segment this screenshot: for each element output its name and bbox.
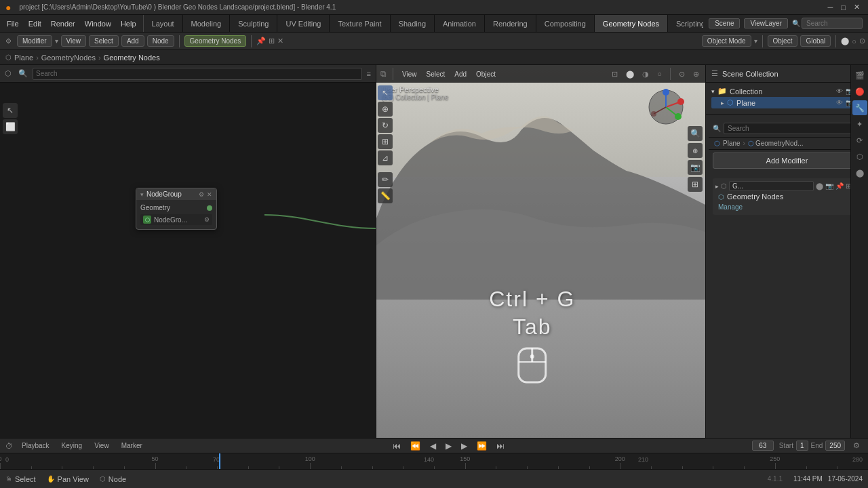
node-tool-select[interactable]: ↖: [3, 103, 18, 118]
node-search-icon[interactable]: 🔍: [16, 69, 30, 78]
window-minimize[interactable]: ─: [828, 3, 833, 12]
modifier-btn[interactable]: Modifier: [17, 35, 52, 47]
tab-geometry-nodes[interactable]: Geometry Nodes: [595, 15, 668, 32]
prev-frame-btn[interactable]: ◀: [428, 441, 438, 451]
tab-sculpting[interactable]: Sculpting: [230, 15, 277, 32]
sub-node-settings-icon[interactable]: ⚙: [204, 216, 210, 223]
marker-btn[interactable]: Marker: [118, 441, 146, 450]
vp-zoom-in[interactable]: 🔍: [688, 126, 703, 141]
modifier-pin-icon[interactable]: 📌: [835, 182, 844, 190]
collection-expand[interactable]: ▾: [711, 88, 715, 95]
breadcrumb-plane[interactable]: Plane: [14, 54, 33, 62]
node-btn[interactable]: Node: [147, 35, 174, 47]
vp-add-btn[interactable]: Add: [452, 70, 469, 78]
timeline-ruler[interactable]: 050100150200250 0 70 140 210 280: [0, 453, 868, 470]
props-icon-particles[interactable]: ✦: [852, 117, 867, 131]
add-modifier-btn[interactable]: Add Modifier: [713, 152, 861, 169]
vp-camera[interactable]: 📷: [688, 160, 703, 175]
tab-shading[interactable]: Shading: [391, 15, 435, 32]
start-val[interactable]: 1: [796, 441, 808, 451]
menu-window[interactable]: Window: [81, 20, 115, 28]
step-back-btn[interactable]: ⏪: [408, 441, 422, 451]
collection-visibility-eye[interactable]: 👁: [836, 87, 843, 95]
node-collapse-icon[interactable]: ▾: [140, 191, 144, 198]
vp-region[interactable]: ⊞: [688, 177, 703, 192]
props-icon-object-data[interactable]: ⬡: [852, 149, 867, 164]
vp-gizmo-icon[interactable]: ⊕: [691, 70, 701, 79]
geometry-socket-dot[interactable]: [207, 205, 212, 211]
vp-select-btn[interactable]: Select: [424, 70, 448, 78]
current-frame-label[interactable]: 63: [752, 441, 774, 451]
node-sub-item[interactable]: ⬡ NodeGro... ⚙: [140, 214, 212, 225]
window-close[interactable]: ✕: [854, 3, 860, 12]
viewlayer-selector[interactable]: ViewLayer: [744, 18, 788, 28]
manage-link[interactable]: Manage: [715, 202, 859, 212]
modifier-render-icon[interactable]: 📷: [825, 182, 833, 190]
end-val[interactable]: 250: [825, 441, 845, 451]
props-icon-material[interactable]: ⬤: [852, 165, 867, 180]
vp-tool-move[interactable]: ⊕: [378, 102, 393, 117]
menu-file[interactable]: File: [3, 20, 23, 28]
modifier-expand-icon[interactable]: ▸: [715, 183, 719, 190]
viewport[interactable]: ⧉ View Select Add Object ⊡ ⬤ ◑ ○ ⊙ ⊕ Use…: [376, 65, 705, 438]
vp-tool-measure[interactable]: 📏: [378, 188, 393, 203]
menu-edit[interactable]: Edit: [24, 20, 45, 28]
breadcrumb-geo-nodes2[interactable]: Geometry Nodes: [104, 54, 160, 62]
vp-overlay-icon[interactable]: ⊙: [677, 70, 687, 79]
menu-render[interactable]: Render: [47, 20, 79, 28]
engine-selector[interactable]: ⚙: [3, 37, 14, 45]
vp-object-btn[interactable]: Object: [473, 70, 498, 78]
breadcrumb-geo-nodes[interactable]: GeometryNodes: [41, 54, 96, 62]
timeline-settings-icon[interactable]: ⚙: [850, 441, 863, 450]
tab-uv-editing[interactable]: UV Editing: [277, 15, 330, 32]
vp-shading-solid[interactable]: ⬤: [624, 70, 636, 79]
vp-shading-wire[interactable]: ⊡: [610, 70, 620, 79]
node-tool-box[interactable]: ⬜: [3, 119, 18, 134]
view-icon-sq[interactable]: ⊞: [269, 37, 275, 45]
vp-shading-material[interactable]: ◑: [640, 70, 651, 79]
tl-view-btn[interactable]: View: [91, 441, 113, 450]
vp-editor-type[interactable]: ⧉: [380, 69, 387, 79]
play-btn[interactable]: ▶: [443, 441, 454, 451]
props-icon-object[interactable]: 🔴: [852, 84, 867, 99]
vp-tool-annotate[interactable]: ✏: [378, 172, 393, 187]
node-canvas[interactable]: ↖ ⬜ ▾ NodeGroup ⚙ ✕ Geometry: [0, 83, 376, 438]
vp-tool-rotate[interactable]: ↻: [378, 118, 393, 133]
plane-visibility-eye[interactable]: 👁: [836, 99, 843, 106]
keying-btn[interactable]: Keying: [58, 441, 86, 450]
collection-label[interactable]: Collection: [730, 87, 833, 96]
object-mode-arrow[interactable]: ▾: [754, 37, 757, 45]
object-btn[interactable]: Object: [768, 35, 798, 47]
viewport-shading-wire[interactable]: ○: [852, 37, 856, 45]
modifier-realtime-icon[interactable]: ⬤: [816, 182, 823, 190]
props-bc-plane[interactable]: Plane: [723, 140, 741, 147]
props-icon-scene[interactable]: 🎬: [852, 68, 867, 83]
close-editor-icon[interactable]: ✕: [277, 37, 283, 45]
plane-expand[interactable]: ▸: [721, 100, 724, 106]
geometry-nodes-btn[interactable]: Geometry Nodes: [184, 35, 247, 47]
viewport-overlay-icon[interactable]: ⊙: [859, 37, 865, 45]
global-btn[interactable]: Global: [800, 35, 831, 47]
add-btn[interactable]: Add: [121, 35, 144, 47]
jump-start-btn[interactable]: ⏮: [391, 441, 403, 451]
tab-layout[interactable]: Layout: [144, 15, 183, 32]
props-search-input[interactable]: [724, 123, 854, 134]
tab-rendering[interactable]: Rendering: [485, 15, 536, 32]
next-frame-btn[interactable]: ▶: [459, 441, 469, 451]
node-tool-icon1[interactable]: ⬡: [3, 69, 14, 78]
step-fwd-btn[interactable]: ⏩: [475, 441, 489, 451]
navigation-gizmo[interactable]: [646, 87, 686, 127]
pin-icon[interactable]: 📌: [256, 37, 266, 45]
vp-tool-select[interactable]: ↖: [378, 85, 393, 100]
select-btn[interactable]: Select: [89, 35, 119, 47]
vp-view-btn[interactable]: View: [399, 70, 420, 78]
window-maximize[interactable]: □: [841, 3, 846, 12]
jump-end-btn[interactable]: ⏭: [494, 441, 507, 451]
vp-tool-scale[interactable]: ⊞: [378, 134, 393, 149]
view-btn[interactable]: View: [61, 35, 87, 47]
node-group[interactable]: ▾ NodeGroup ⚙ ✕ Geometry ⬡ Node: [136, 188, 217, 230]
props-icon-physics[interactable]: ⟳: [852, 133, 867, 148]
tab-modeling[interactable]: Modeling: [183, 15, 231, 32]
vp-shading-rendered[interactable]: ○: [655, 70, 664, 78]
search-input[interactable]: [802, 18, 863, 29]
